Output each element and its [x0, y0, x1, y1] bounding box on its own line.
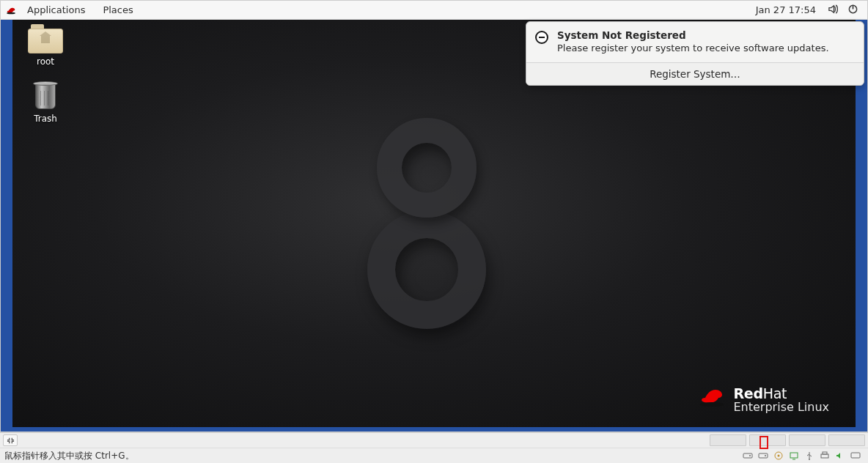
folder-home-icon — [28, 24, 63, 53]
menu-places[interactable]: Places — [95, 4, 140, 15]
svg-rect-10 — [790, 453, 798, 458]
menu-applications[interactable]: Applications — [20, 4, 92, 15]
wallpaper-eight — [361, 121, 493, 326]
redhat-logo-icon — [697, 386, 727, 408]
notification-message: Please register your system to receive s… — [557, 42, 829, 53]
desktop-icon-root[interactable]: root — [20, 24, 71, 67]
svg-point-3 — [700, 402, 724, 407]
trash-label: Trash — [34, 114, 57, 124]
brand-red: Red — [734, 385, 763, 401]
redhat-icon — [5, 4, 17, 16]
svg-point-9 — [777, 455, 779, 457]
svg-point-0 — [7, 12, 15, 14]
clock[interactable]: Jan 27 17:54 — [756, 4, 816, 15]
top-bar: Applications Places Jan 27 17:54 — [1, 1, 867, 20]
svg-point-7 — [765, 455, 766, 456]
redhat-brand: RedHat Enterprise Linux — [697, 386, 830, 414]
vm-tab-3[interactable] — [789, 434, 825, 446]
root-label: root — [37, 56, 54, 67]
vm-tab-2[interactable] — [749, 434, 786, 446]
svg-rect-15 — [851, 453, 860, 458]
svg-rect-13 — [821, 454, 828, 458]
vm-sound-icon[interactable] — [834, 451, 845, 461]
vm-bottom-bar: 鼠标指针移入其中或按 Ctrl+G。 — [0, 432, 868, 463]
svg-rect-6 — [759, 453, 768, 458]
vm-expand-button[interactable] — [3, 434, 18, 446]
vm-printer-icon[interactable] — [819, 451, 830, 461]
vm-tab-1[interactable] — [710, 434, 746, 446]
svg-rect-4 — [743, 453, 752, 458]
vm-tab-4[interactable] — [828, 434, 865, 446]
warning-minus-icon — [535, 31, 548, 44]
vm-display-icon[interactable] — [850, 451, 861, 461]
vm-hdd2-icon[interactable] — [757, 451, 768, 461]
volume-icon[interactable] — [828, 4, 839, 17]
vm-cd-icon[interactable] — [773, 451, 784, 461]
vm-hdd-icon[interactable] — [742, 451, 753, 461]
notification-title: System Not Registered — [557, 29, 829, 41]
brand-hat: Hat — [763, 385, 787, 401]
svg-point-5 — [749, 455, 751, 456]
vm-usb-icon[interactable] — [803, 451, 814, 461]
desktop-icon-trash[interactable]: Trash — [20, 81, 71, 124]
vm-tabs — [710, 434, 865, 446]
svg-rect-14 — [823, 452, 827, 454]
register-system-button[interactable]: Register System… — [526, 62, 864, 85]
power-icon[interactable] — [847, 4, 858, 17]
vm-status-icons — [742, 451, 864, 461]
vm-net-icon[interactable] — [788, 451, 799, 461]
brand-enterprise: Enterprise Linux — [734, 401, 830, 414]
vm-hint-text: 鼠标指针移入其中或按 Ctrl+G。 — [4, 450, 134, 462]
notification: System Not Registered Please register yo… — [526, 21, 864, 86]
svg-point-12 — [809, 459, 810, 460]
trash-icon — [33, 81, 58, 111]
